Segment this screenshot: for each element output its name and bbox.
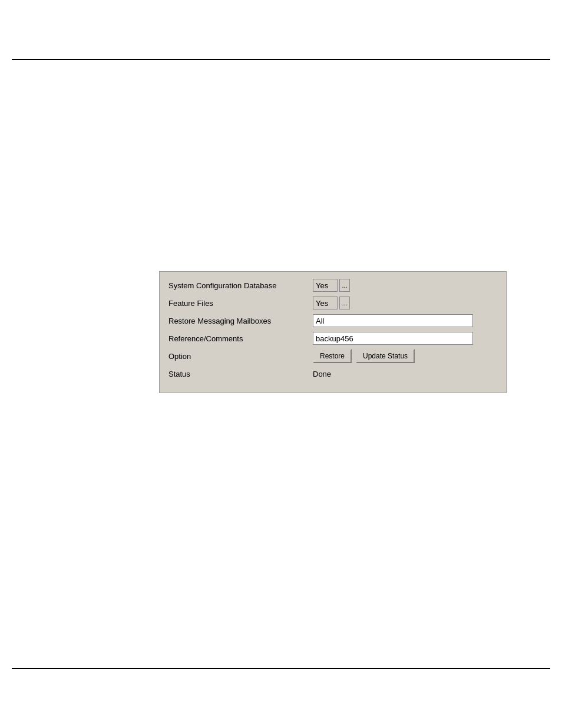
label-reference-comments: Reference/Comments <box>168 334 313 343</box>
reference-comments-input[interactable] <box>313 332 473 345</box>
label-restore-mailboxes: Restore Messaging Mailboxes <box>168 317 313 325</box>
value-feature-files: Yes ... <box>313 297 497 309</box>
top-border <box>12 59 550 60</box>
value-option: Restore Update Status <box>313 349 497 363</box>
value-restore-mailboxes <box>313 314 497 327</box>
label-status: Status <box>168 370 313 378</box>
feature-files-browse-button[interactable]: ... <box>339 297 350 309</box>
row-status: Status Done <box>168 366 497 381</box>
main-panel: System Configuration Database Yes ... Fe… <box>159 271 507 393</box>
value-system-config: Yes ... <box>313 279 497 292</box>
restore-mailboxes-input[interactable] <box>313 314 473 327</box>
row-restore-mailboxes: Restore Messaging Mailboxes <box>168 313 497 328</box>
label-option: Option <box>168 352 313 361</box>
row-reference-comments: Reference/Comments <box>168 331 497 346</box>
bottom-border <box>12 668 550 669</box>
value-status: Done <box>313 370 497 378</box>
row-system-config: System Configuration Database Yes ... <box>168 278 497 293</box>
status-text: Done <box>313 370 331 378</box>
label-system-config: System Configuration Database <box>168 281 313 290</box>
restore-button[interactable]: Restore <box>313 349 352 363</box>
label-feature-files: Feature Files <box>168 299 313 308</box>
update-status-button[interactable]: Update Status <box>356 349 415 363</box>
row-option: Option Restore Update Status <box>168 348 497 364</box>
value-reference-comments <box>313 332 497 345</box>
system-config-value: Yes <box>313 279 338 292</box>
system-config-browse-button[interactable]: ... <box>339 279 350 292</box>
feature-files-value: Yes <box>313 297 338 309</box>
row-feature-files: Feature Files Yes ... <box>168 295 497 311</box>
